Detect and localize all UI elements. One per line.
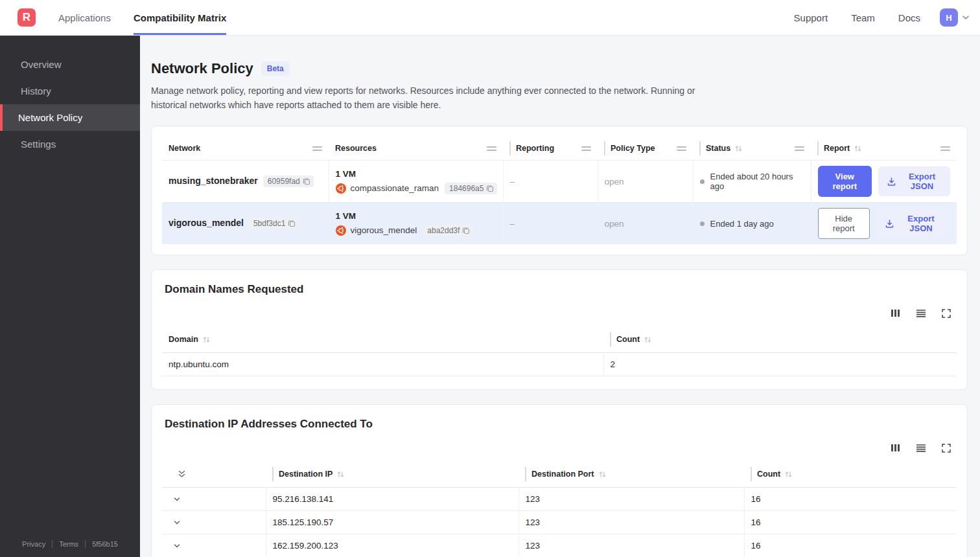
build-version: 5f56b15	[92, 540, 118, 548]
columns-icon[interactable]	[890, 308, 901, 319]
table-toolbar	[162, 442, 957, 453]
column-resize-handle[interactable]	[487, 146, 496, 151]
fullscreen-icon[interactable]	[941, 442, 951, 453]
sort-icon[interactable]	[734, 144, 743, 153]
ip-value: 185.125.190.57	[266, 511, 519, 534]
domain-row[interactable]: ntp.ubuntu.com 2	[162, 353, 957, 376]
row-density-icon[interactable]	[915, 442, 927, 453]
policy-type-value: open	[598, 203, 693, 245]
destination-ips-card-title: Destination IP Addresses Connected To	[162, 418, 957, 431]
column-header-destination-port[interactable]: Destination Port	[531, 470, 594, 479]
navbar-right: Support Team Docs H	[794, 0, 971, 35]
nav-link-support[interactable]: Support	[794, 12, 828, 23]
column-header-reporting[interactable]: Reporting	[516, 144, 554, 153]
top-navbar: R Applications Compatibility Matrix Supp…	[0, 0, 980, 36]
domains-card-title: Domain Names Requested	[162, 283, 957, 296]
column-separator	[509, 141, 511, 155]
column-separator	[817, 141, 819, 155]
policy-type-value: open	[598, 161, 693, 203]
app-logo[interactable]: R	[18, 8, 36, 27]
divider	[52, 540, 52, 548]
sort-icon[interactable]	[644, 335, 652, 344]
export-json-button[interactable]: Export JSON	[876, 209, 950, 238]
status-value: Ended about 20 hours ago	[700, 172, 804, 191]
tab-compatibility-matrix[interactable]: Compatibility Matrix	[134, 0, 226, 35]
column-header-status[interactable]: Status	[706, 144, 730, 153]
domain-value: ntp.ubuntu.com	[162, 353, 603, 376]
sidebar-item-overview[interactable]: Overview	[0, 51, 140, 78]
page-header: Network Policy Beta	[151, 60, 968, 77]
port-value: 123	[519, 511, 744, 534]
column-resize-handle[interactable]	[677, 146, 686, 151]
ubuntu-icon	[336, 225, 346, 236]
sort-icon[interactable]	[784, 470, 793, 479]
copy-icon[interactable]	[462, 227, 470, 234]
column-resize-handle[interactable]	[312, 146, 322, 151]
column-resize-handle[interactable]	[940, 146, 950, 151]
resource-name[interactable]: compassionate_raman	[351, 183, 439, 193]
column-separator	[610, 332, 611, 347]
nav-link-team[interactable]: Team	[851, 12, 875, 23]
copy-icon[interactable]	[288, 220, 296, 227]
terms-link[interactable]: Terms	[59, 540, 78, 548]
expand-all-icon[interactable]	[177, 469, 187, 479]
view-report-button[interactable]: View report	[818, 166, 872, 197]
resource-name[interactable]: vigorous_mendel	[351, 225, 417, 235]
sidebar-item-settings[interactable]: Settings	[0, 131, 140, 157]
count-value: 16	[744, 511, 957, 534]
network-row[interactable]: vigorous_mendel5bdf3dc1 1 VM vigorous_me…	[162, 203, 957, 245]
privacy-link[interactable]: Privacy	[22, 540, 45, 548]
ip-value: 162.159.200.123	[266, 534, 519, 557]
chevron-down-icon[interactable]	[172, 541, 259, 551]
ip-row[interactable]: 185.125.190.57 123 16	[162, 511, 957, 534]
row-density-icon[interactable]	[915, 308, 927, 319]
column-header-policy-type[interactable]: Policy Type	[611, 144, 655, 153]
column-header-destination-ip[interactable]: Destination IP	[279, 470, 332, 479]
fullscreen-icon[interactable]	[941, 308, 951, 319]
column-header-domain[interactable]: Domain	[169, 335, 198, 344]
resource-summary: 1 VM	[336, 169, 496, 179]
sidebar-item-network-policy[interactable]: Network Policy	[0, 104, 140, 131]
tab-applications[interactable]: Applications	[58, 0, 111, 35]
sidebar-nav: Overview History Network Policy Settings	[0, 36, 140, 157]
status-dot	[700, 179, 705, 184]
resource-summary: 1 VM	[336, 211, 496, 221]
reporting-value: –	[503, 161, 598, 203]
column-separator	[604, 141, 605, 155]
domain-count-value: 2	[603, 353, 957, 376]
sort-icon[interactable]	[336, 470, 345, 479]
column-header-network[interactable]: Network	[169, 144, 200, 153]
nav-link-docs[interactable]: Docs	[898, 12, 920, 23]
column-header-report[interactable]: Report	[824, 144, 850, 153]
reporting-value: –	[503, 203, 598, 245]
column-header-resources[interactable]: Resources	[335, 144, 377, 153]
sort-icon[interactable]	[854, 144, 862, 153]
sort-icon[interactable]	[598, 470, 607, 479]
avatar[interactable]: H	[940, 8, 958, 27]
copy-icon[interactable]	[486, 185, 494, 192]
ip-row[interactable]: 95.216.138.141 123 16	[162, 488, 957, 511]
sidebar-item-history[interactable]: History	[0, 78, 140, 104]
column-header-count[interactable]: Count	[616, 335, 640, 344]
ubuntu-icon	[336, 183, 346, 194]
chevron-down-icon[interactable]	[172, 495, 259, 504]
beta-badge: Beta	[261, 62, 290, 76]
ip-row[interactable]: 162.159.200.123 123 16	[162, 534, 957, 557]
sidebar: Overview History Network Policy Settings…	[0, 36, 140, 557]
sort-icon[interactable]	[202, 335, 211, 344]
column-header-count[interactable]: Count	[757, 470, 780, 479]
column-resize-handle[interactable]	[795, 146, 804, 151]
column-separator	[272, 467, 274, 481]
column-resize-handle[interactable]	[581, 146, 591, 151]
networks-header-row: Network Resources Reporting	[162, 137, 957, 161]
account-menu[interactable]: H	[940, 8, 971, 27]
ips-header-row: Destination IP Destination Port Count	[162, 461, 957, 488]
hide-report-button[interactable]: Hide report	[818, 208, 870, 239]
chevron-down-icon[interactable]	[172, 518, 259, 527]
resource-id-badge: 184696a5	[445, 183, 497, 194]
ip-value: 95.216.138.141	[266, 488, 519, 511]
export-json-button[interactable]: Export JSON	[878, 166, 950, 196]
network-row[interactable]: musing_stonebraker60959fad 1 VM compassi…	[162, 161, 957, 203]
columns-icon[interactable]	[890, 442, 901, 453]
copy-icon[interactable]	[303, 177, 310, 185]
